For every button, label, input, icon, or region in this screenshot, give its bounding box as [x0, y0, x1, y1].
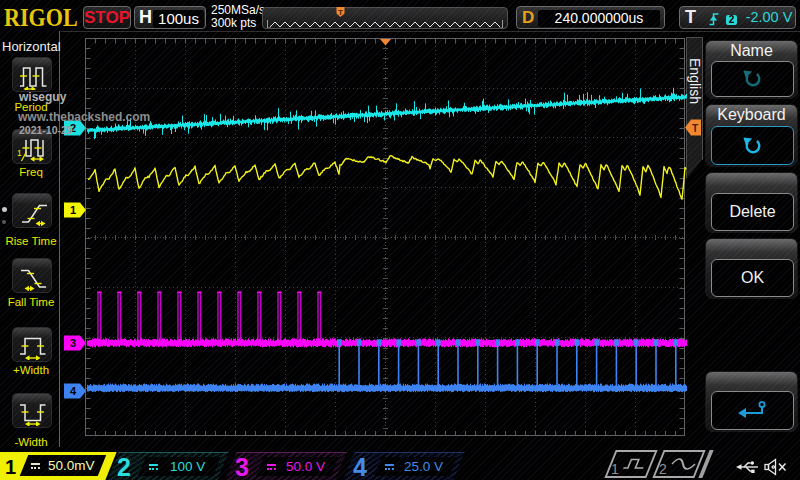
svg-text:4: 4	[70, 385, 77, 397]
svg-text:1: 1	[70, 204, 76, 216]
svg-text:1: 1	[17, 148, 22, 158]
svg-text:3: 3	[70, 337, 76, 349]
svg-text:T: T	[338, 8, 343, 17]
